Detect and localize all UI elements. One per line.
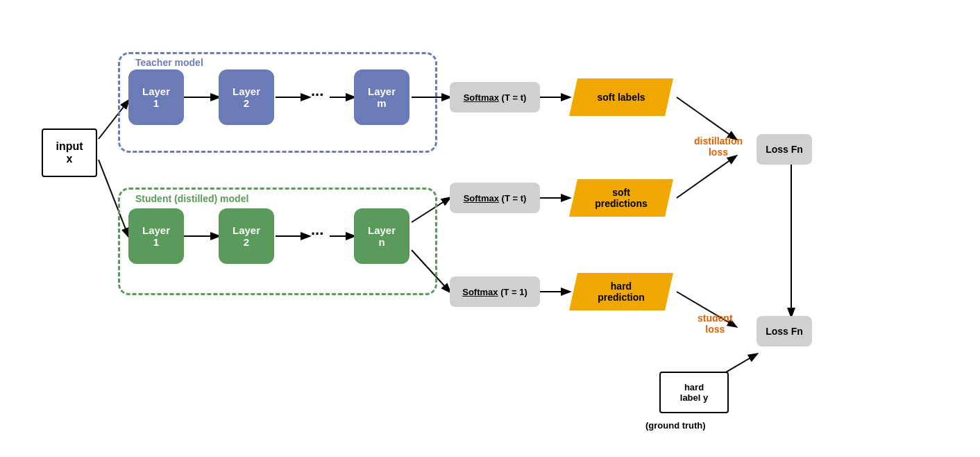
soft-labels-node: soft labels xyxy=(569,78,673,116)
loss-fn-top-label: Loss Fn xyxy=(766,144,803,155)
teacher-softmax-label: Softmax (T = t) xyxy=(464,92,527,103)
student-softmax-soft: Softmax (T = t) xyxy=(450,183,540,213)
teacher-layer-1-label: Layer1 xyxy=(142,85,170,109)
soft-predictions-text: softpredictions xyxy=(595,187,647,209)
teacher-layer-2: Layer2 xyxy=(219,69,274,125)
student-softmax-soft-label: Softmax (T = t) xyxy=(464,193,527,203)
student-softmax-hard: Softmax (T = 1) xyxy=(450,276,540,307)
student-loss-label: studentloss xyxy=(698,313,733,335)
teacher-layer-m-label: Layerm xyxy=(368,85,396,109)
hard-label-node: hardlabel y xyxy=(659,372,729,413)
teacher-softmax: Softmax (T = t) xyxy=(450,82,540,113)
distillation-loss-label: distillationloss xyxy=(694,135,743,158)
student-model-label: Student (distilled) model xyxy=(135,193,248,204)
loss-fn-bottom-label: Loss Fn xyxy=(766,326,803,337)
hard-label-text: hardlabel y xyxy=(680,382,708,403)
loss-fn-bottom: Loss Fn xyxy=(757,316,812,347)
knowledge-distillation-diagram: { "title": "Knowledge Distillation Diagr… xyxy=(0,0,980,457)
student-layer-n-label: Layern xyxy=(368,224,396,248)
svg-line-14 xyxy=(677,156,736,198)
hard-prediction-node: hardprediction xyxy=(569,273,673,310)
teacher-dots: ... xyxy=(311,82,323,100)
soft-labels-text: soft labels xyxy=(597,92,645,103)
input-label: inputx xyxy=(56,140,83,165)
student-dots: ... xyxy=(311,221,323,239)
hard-prediction-text: hardprediction xyxy=(598,281,645,303)
student-layer-n: Layern xyxy=(354,208,409,264)
ground-truth-label: (ground truth) xyxy=(645,420,706,431)
loss-fn-top: Loss Fn xyxy=(757,134,812,165)
student-softmax-hard-label: Softmax (T = 1) xyxy=(462,287,527,297)
student-layer-2: Layer2 xyxy=(219,208,274,264)
teacher-model-label: Teacher model xyxy=(135,57,203,68)
teacher-layer-2-label: Layer2 xyxy=(233,85,260,109)
teacher-layer-1: Layer1 xyxy=(128,69,184,125)
student-layer-1: Layer1 xyxy=(128,208,184,264)
student-layer-1-label: Layer1 xyxy=(142,224,170,248)
soft-predictions-node: softpredictions xyxy=(569,179,673,217)
teacher-layer-m: Layerm xyxy=(354,69,409,125)
input-node: inputx xyxy=(42,128,97,177)
svg-line-7 xyxy=(677,97,736,139)
student-layer-2-label: Layer2 xyxy=(233,224,260,248)
